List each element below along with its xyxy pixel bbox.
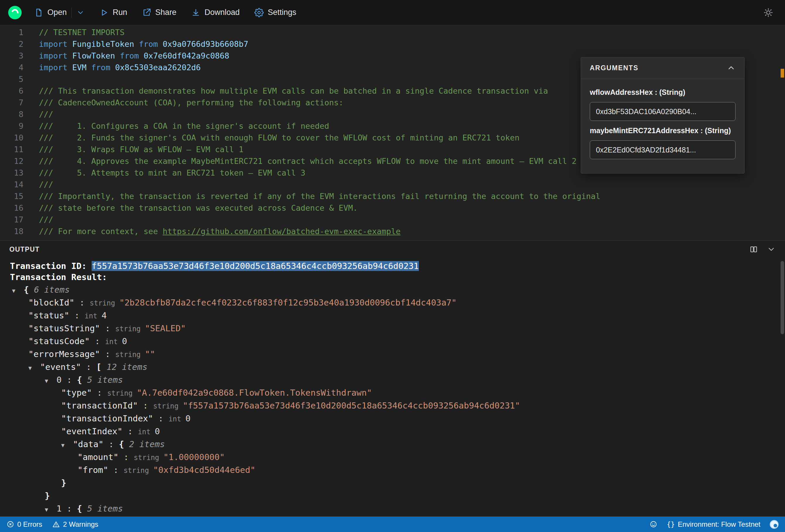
line-number: 1 xyxy=(0,27,23,38)
code-token: 0x9a0766d93b6608b7 xyxy=(163,40,249,49)
code-token: /// 5. Attempts to mint an ERC721 token … xyxy=(39,168,305,177)
feedback-button[interactable] xyxy=(650,520,657,528)
tree-token: "data" xyxy=(73,439,104,449)
line-number: 12 xyxy=(0,155,23,167)
expand-arrow-icon[interactable]: ▼ xyxy=(28,361,40,374)
code-line: /// 2. Funds the signer's COA with enoug… xyxy=(39,132,600,144)
tree-token: : xyxy=(69,310,84,321)
expand-arrow-icon[interactable]: ▼ xyxy=(12,284,24,297)
code-line: // TESTNET IMPORTS xyxy=(39,27,600,38)
status-bar: 0 Errors 2 Warnings {} Environment: Flow… xyxy=(0,516,785,532)
output-body: Transaction ID: f557a1573b76aa53e73d46f3… xyxy=(0,258,785,515)
code-token xyxy=(110,63,115,72)
tree-token: [ xyxy=(96,362,106,372)
expand-arrow-icon[interactable]: ▼ xyxy=(61,439,73,452)
expand-arrow-icon[interactable]: ▼ xyxy=(45,503,56,516)
tree-token: } xyxy=(61,478,66,488)
code-line: /// Importantly, the transaction is reve… xyxy=(39,191,600,202)
sun-icon xyxy=(763,8,773,18)
code-line: import FlowToken from 0x7e60df042a9c0868 xyxy=(39,50,600,62)
tree-token: : xyxy=(61,375,77,385)
arguments-title: ARGUMENTS xyxy=(590,64,638,72)
tree-row: "type" : string "A.7e60df042a9c0868.Flow… xyxy=(0,386,785,399)
code-line: /// For more context, see https://github… xyxy=(39,226,600,237)
code-token: import xyxy=(39,51,68,60)
tree-row: "statusString" : string "SEALED" xyxy=(0,322,785,335)
chevron-up-icon[interactable] xyxy=(727,64,736,73)
tree-token: "1.00000000" xyxy=(163,452,225,462)
argument-input[interactable] xyxy=(590,141,736,159)
theme-toggle-button[interactable] xyxy=(760,5,777,21)
environment-status[interactable]: {} Environment: Flow Testnet xyxy=(667,520,760,529)
share-button[interactable]: Share xyxy=(138,5,180,20)
code-token: from xyxy=(120,51,139,60)
settings-button[interactable]: Settings xyxy=(251,5,300,20)
output-title: OUTPUT xyxy=(9,246,40,253)
transaction-id-value[interactable]: f557a1573b76aa53e73d46f3e10d200d5c18a653… xyxy=(92,261,419,271)
line-number: 2 xyxy=(0,38,23,50)
warning-icon xyxy=(52,520,60,528)
code-token: /// CadenceOwnedAccount (COA), performin… xyxy=(39,98,343,107)
toolbar: Open Run Share Download Settings xyxy=(0,0,785,25)
tree-token: { xyxy=(24,285,34,295)
tree-token: int xyxy=(84,312,102,320)
line-number: 16 xyxy=(0,202,23,214)
tree-token: "0xfd3b4cd50d44e6ed" xyxy=(153,465,255,475)
split-panel-icon[interactable] xyxy=(749,245,758,254)
code-line: /// state before the transaction was exe… xyxy=(39,202,600,214)
warnings-status[interactable]: 2 Warnings xyxy=(52,520,98,529)
line-number: 8 xyxy=(0,108,23,120)
tree-row: "eventIndex" : int 0 xyxy=(0,425,785,438)
tree-row: "blockId" : string "2b28cbfb87da2cfec4f0… xyxy=(0,296,785,309)
code-token: /// xyxy=(39,110,53,119)
tree-token: : xyxy=(138,401,153,410)
open-dropdown-button[interactable] xyxy=(73,5,88,20)
tree-row: ▼"data" : { 2 items xyxy=(0,438,785,451)
code-lines: // TESTNET IMPORTSimport FungibleToken f… xyxy=(39,27,600,237)
tree-token: : xyxy=(119,452,134,462)
tree-token: : xyxy=(104,439,119,449)
argument-input[interactable] xyxy=(590,102,736,121)
arguments-panel-header: ARGUMENTS xyxy=(581,57,744,79)
tree-token: 0 xyxy=(122,336,127,346)
code-link[interactable]: https://github.com/onflow/batched-evm-ex… xyxy=(163,227,401,236)
tree-token: 0 xyxy=(155,426,160,436)
line-number: 15 xyxy=(0,191,23,202)
tree-token: "amount" xyxy=(78,452,119,462)
tree-token: : xyxy=(90,336,105,346)
code-line: import FungibleToken from 0x9a0766d93b66… xyxy=(39,38,600,50)
line-number: 9 xyxy=(0,120,23,132)
settings-label: Settings xyxy=(268,8,297,17)
code-line: /// xyxy=(39,179,600,191)
flow-logo[interactable] xyxy=(8,6,22,19)
code-editor[interactable]: 123456789101112131415161718 // TESTNET I… xyxy=(0,25,785,240)
run-label: Run xyxy=(113,8,127,17)
tree-token: "statusCode" xyxy=(28,336,90,346)
tree-token: "status" xyxy=(28,310,69,321)
collapse-output-icon[interactable] xyxy=(767,245,776,254)
tree-row: ▼0 : { 5 items xyxy=(0,373,785,386)
tree-row: ▼{ 6 items xyxy=(0,283,785,296)
toolbar-divider xyxy=(71,7,72,18)
expand-arrow-icon[interactable]: ▼ xyxy=(45,374,56,387)
arguments-panel: ARGUMENTS wflowAddressHex : (String)mayb… xyxy=(581,57,744,174)
line-numbers: 123456789101112131415161718 xyxy=(0,27,23,237)
code-token: /// 1. Configures a COA in the signer's … xyxy=(39,122,329,130)
tree-row: "statusCode" : int 0 xyxy=(0,335,785,348)
code-token: FlowToken xyxy=(72,51,115,60)
code-token: EVM xyxy=(72,63,86,72)
output-header: OUTPUT xyxy=(0,240,785,258)
transaction-id-label: Transaction ID: xyxy=(10,261,92,271)
code-token: /// 3. Wraps FLOW as WFLOW — EVM call 1 xyxy=(39,145,244,154)
output-scrollbar[interactable] xyxy=(781,261,784,334)
tree-token: 1 xyxy=(56,504,61,513)
download-button[interactable]: Download xyxy=(187,5,243,20)
share-icon xyxy=(142,8,151,17)
tree-token: 5 items xyxy=(87,504,123,513)
network-status-icon[interactable] xyxy=(770,520,779,529)
tree-token: 5 items xyxy=(87,375,123,385)
run-button[interactable]: Run xyxy=(96,5,131,20)
tree-token: "f557a1573b76aa53e73d46f3e10d200d5c18a65… xyxy=(183,401,520,410)
open-button[interactable]: Open xyxy=(30,5,70,20)
errors-status[interactable]: 0 Errors xyxy=(6,520,42,529)
